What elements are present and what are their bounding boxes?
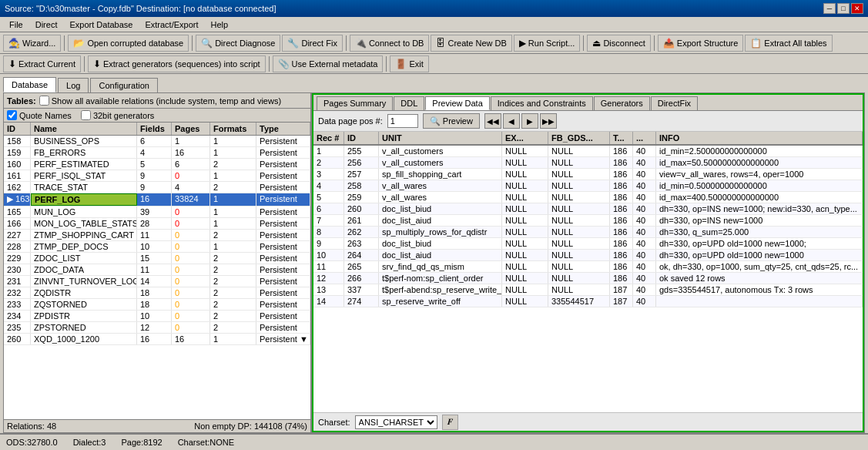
table-row[interactable]: 165MUN_LOG3901Persistent xyxy=(4,207,310,218)
run-script-button[interactable]: ▶Run Script... xyxy=(514,35,581,52)
menu-file[interactable]: File xyxy=(3,18,29,31)
charset-bar: Charset: ANSI_CHARSET 𝑭 xyxy=(313,412,863,431)
charset-label: Charset: xyxy=(318,418,350,427)
exit-button[interactable]: 🚪Exit xyxy=(390,55,428,72)
extract-generators-button[interactable]: ⬇Extract generators (sequences) into scr… xyxy=(88,55,266,72)
table-row[interactable]: 228ZTMP_DEP_DOCS1001Persistent xyxy=(4,241,310,253)
wizard-button[interactable]: 🧙Wizard... xyxy=(3,35,61,52)
title-bar: Source: "D:\o30master - Copy.fdb" Destin… xyxy=(0,0,868,17)
grid-col-unit: UNIT xyxy=(379,132,502,144)
grid-row: 13337t$perf-abend:sp_reserve_write_offNU… xyxy=(313,284,863,296)
preview-button[interactable]: 🔍 Preview xyxy=(423,113,480,129)
charset-apply-button[interactable]: 𝑭 xyxy=(442,415,458,430)
grid-row: 2256v_all_customersNULLNULL18640id_max=5… xyxy=(313,157,863,169)
extract-all-tables-button[interactable]: 📋Extract All tables xyxy=(745,35,832,52)
nav-first-button[interactable]: ◀◀ xyxy=(484,113,501,129)
menu-extract-export[interactable]: Extract/Export xyxy=(139,18,204,31)
status-bar: ODS:32780.0 Dialect:3 Page:8192 Charset:… xyxy=(0,433,868,450)
minimize-button[interactable]: ─ xyxy=(823,3,836,14)
charset-status: Charset:NONE xyxy=(178,438,234,447)
nav-last-button[interactable]: ▶▶ xyxy=(540,113,557,129)
direct-diagnose-button[interactable]: 🔍Direct Diagnose xyxy=(196,35,280,52)
create-new-db-button[interactable]: 🗄Create New DB xyxy=(431,35,511,52)
open-corrupted-button[interactable]: 📂Open corrupted database xyxy=(68,35,189,52)
quote-names-label[interactable]: Quote Names xyxy=(7,110,72,120)
grid-row: 10264doc_list_aiudNULLNULL18640dh=330, o… xyxy=(313,250,863,261)
menu-direct[interactable]: Direct xyxy=(29,18,64,31)
show-all-checkbox-label[interactable]: Show all available relations (include sy… xyxy=(39,96,281,106)
export-structure-button[interactable]: 📤Export Structure xyxy=(658,35,743,52)
extract-current-button[interactable]: ⬇Extract Current xyxy=(3,55,81,72)
grid-row: 4258v_all_waresNULLNULL18640id_min=0.500… xyxy=(313,180,863,192)
grid-row: 3257sp_fill_shopping_cartNULLNULL18640vi… xyxy=(313,169,863,180)
toolbar-2: ⬇Extract Current ⬇Extract generators (se… xyxy=(0,54,868,74)
nav-prev-button[interactable]: ◀ xyxy=(503,113,520,129)
table-row[interactable]: 160PERF_ESTIMATED562Persistent xyxy=(4,159,310,170)
menu-export-database[interactable]: Export Database xyxy=(63,18,139,31)
nav-next-button[interactable]: ▶ xyxy=(521,113,538,129)
show-all-label: Show all available relations (include sy… xyxy=(52,96,281,106)
table-row[interactable]: 158BUSINESS_OPS611Persistent xyxy=(4,136,310,147)
tab-generators[interactable]: Generators xyxy=(594,96,650,110)
connect-db-button[interactable]: 🔌Connect to DB xyxy=(350,35,430,52)
table-row[interactable]: 260XQD_1000_120016161Persistent ▼ xyxy=(4,334,310,345)
table-row[interactable]: 230ZDOC_DATA1102Persistent xyxy=(4,264,310,276)
table-row[interactable]: 235ZPSTORNED1202Persistent xyxy=(4,322,310,334)
direct-fix-button[interactable]: 🔧Direct Fix xyxy=(282,35,342,52)
grid-row: 7261doc_list_aiudNULLNULL18640dh=330, op… xyxy=(313,215,863,227)
table-row-active[interactable]: ▶ 163PERF_LOG16338241Persistent xyxy=(4,193,310,207)
left-panel: Tables: Show all available relations (in… xyxy=(4,93,312,432)
dialect-status: Dialect:3 xyxy=(73,438,106,447)
grid-row: 8262sp_multiply_rows_for_qdistrNULLNULL1… xyxy=(313,227,863,238)
grid-col-id: ID xyxy=(344,132,379,144)
disconnect-button[interactable]: ⏏Disconnect xyxy=(587,35,650,52)
tab-preview-data[interactable]: Preview Data xyxy=(425,96,489,110)
grid-col-dots: ... xyxy=(633,132,656,144)
page-num-input[interactable] xyxy=(387,114,418,128)
col-header-name: Name xyxy=(31,123,137,135)
bit32-label[interactable]: 32bit generators xyxy=(81,110,155,120)
table-row[interactable]: 229ZDOC_LIST1502Persistent xyxy=(4,253,310,264)
col-header-fields: Fields xyxy=(137,123,172,135)
table-row[interactable]: 234ZPDISTR1002Persistent xyxy=(4,311,310,322)
show-all-checkbox[interactable] xyxy=(39,96,49,106)
tab-database[interactable]: Database xyxy=(3,77,56,92)
maximize-button[interactable]: □ xyxy=(837,3,850,14)
menu-help[interactable]: Help xyxy=(204,18,234,31)
grid-col-info: INFO xyxy=(656,132,863,144)
table-row[interactable]: 159FB_ERRORS4161Persistent xyxy=(4,147,310,159)
bit32-checkbox[interactable] xyxy=(81,110,91,120)
table-row[interactable]: 231ZINVNT_TURNOVER_LOG1402Persistent xyxy=(4,276,310,287)
menu-bar: File Direct Export Database Extract/Expo… xyxy=(0,17,868,32)
toolbar-1: 🧙Wizard... 📂Open corrupted database 🔍Dir… xyxy=(0,32,868,54)
tab-indices-constraints[interactable]: Indices and Constraints xyxy=(491,96,593,110)
quote-names-checkbox[interactable] xyxy=(7,110,17,120)
tab-configuration[interactable]: Configuration xyxy=(90,78,157,92)
grid-row: 1255v_all_customersNULLNULL18640id_min=2… xyxy=(313,146,863,157)
grid-row: 14274sp_reserve_write_offNULL33554451718… xyxy=(313,296,863,307)
use-external-metadata-button[interactable]: 📎Use External metadata xyxy=(273,55,384,72)
table-row[interactable]: 166MON_LOG_TABLE_STATS2801Persistent xyxy=(4,218,310,230)
table-row[interactable]: 232ZQDISTR1802Persistent xyxy=(4,287,310,299)
table-list: 158BUSINESS_OPS611Persistent 159FB_ERROR… xyxy=(4,136,310,419)
data-grid: Rec # ID UNIT EX... FB_GDS... T... ... I… xyxy=(313,132,863,412)
grid-row: 6260doc_list_biudNULLNULL18640dh=330, op… xyxy=(313,203,863,215)
table-row[interactable]: 227ZTMP_SHOPPING_CART1102Persistent xyxy=(4,230,310,241)
grid-col-rec: Rec # xyxy=(313,132,344,144)
non-empty-dp: Non empty DP: 144108 (74%) xyxy=(194,421,307,431)
col-header-pages: Pages xyxy=(172,123,210,135)
tab-log[interactable]: Log xyxy=(58,78,89,92)
tables-label: Tables: xyxy=(7,96,36,106)
table-row[interactable]: 162TRACE_STAT942Persistent xyxy=(4,182,310,193)
table-row[interactable]: 233ZQSTORNED1802Persistent xyxy=(4,299,310,311)
tab-ddl[interactable]: DDL xyxy=(394,96,424,110)
ods-status: ODS:32780.0 xyxy=(6,438,58,447)
table-row[interactable]: 161PERF_ISQL_STAT901Persistent xyxy=(4,170,310,182)
main-area: Database Log Configuration Tables: Show … xyxy=(0,74,868,433)
close-button[interactable]: ✕ xyxy=(851,3,863,14)
tab-directfix[interactable]: DirectFix xyxy=(651,96,698,110)
grid-col-t: T... xyxy=(610,132,633,144)
grid-row: 9263doc_list_biudNULLNULL18640dh=330, op… xyxy=(313,238,863,250)
tab-pages-summary[interactable]: Pages Summary xyxy=(317,96,393,110)
charset-select[interactable]: ANSI_CHARSET xyxy=(355,415,437,429)
